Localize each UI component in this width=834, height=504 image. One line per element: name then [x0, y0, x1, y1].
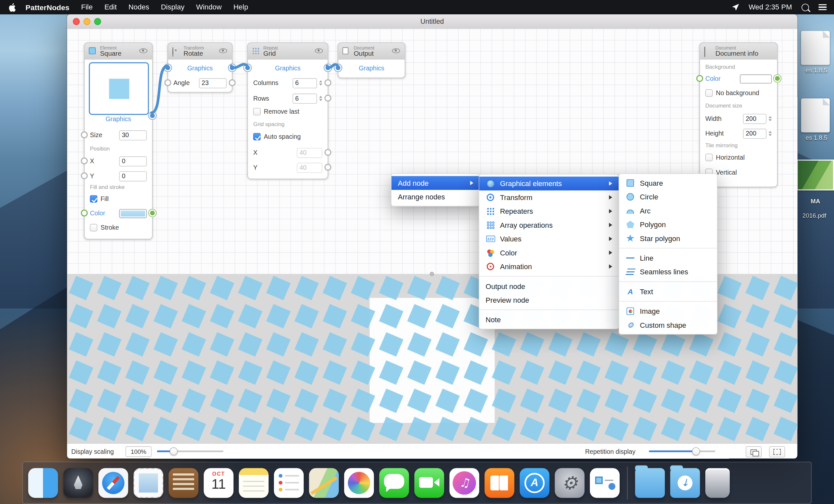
y-port[interactable] — [81, 172, 88, 179]
fill-checkbox[interactable] — [90, 195, 97, 203]
menu-item-repeaters[interactable]: Repeaters — [479, 204, 619, 218]
auto-spacing-checkbox[interactable] — [253, 133, 261, 140]
menu-item-circle[interactable]: Circle — [619, 190, 717, 204]
menu-item-array-operations[interactable]: Array operations — [479, 218, 619, 232]
height-input[interactable] — [743, 128, 767, 138]
spacing-x-port[interactable] — [325, 149, 331, 156]
angle-input[interactable] — [199, 78, 227, 88]
graphics-output-port[interactable] — [229, 65, 236, 71]
graphics-input-port[interactable] — [244, 65, 251, 71]
node-header[interactable]: Document Output — [338, 43, 404, 60]
dock-icon-ibooks[interactable] — [484, 468, 514, 498]
rows-input[interactable] — [292, 93, 317, 104]
dock-icon-itunes[interactable]: ♫ — [449, 468, 479, 498]
dock-icon-safari[interactable] — [98, 468, 128, 498]
slider-knob[interactable] — [170, 447, 178, 455]
no-background-checkbox[interactable] — [705, 89, 713, 97]
menu-item-color[interactable]: Color — [479, 246, 619, 259]
node-header[interactable]: Transform Rotate — [168, 43, 232, 60]
eye-icon[interactable] — [392, 48, 400, 53]
angle-port[interactable] — [164, 79, 171, 86]
dock-icon-notes[interactable] — [239, 468, 268, 498]
close-button[interactable] — [73, 18, 80, 25]
repetition-view-button[interactable] — [746, 446, 762, 457]
dock-icon-launchpad[interactable] — [63, 468, 93, 498]
dock-icon-mail[interactable] — [134, 468, 163, 498]
node-output[interactable]: Document Output Graphics — [338, 43, 405, 78]
menu-nodes[interactable]: Nodes — [128, 3, 149, 11]
spotlight-search-icon[interactable] — [802, 4, 809, 11]
menu-item-preview-node[interactable]: Preview node — [479, 293, 619, 307]
dock-icon-calendar[interactable]: OCT 11 — [204, 468, 233, 498]
status-menu-icon[interactable] — [732, 4, 739, 10]
menu-item-transform[interactable]: Transform — [479, 190, 619, 204]
size-port[interactable] — [81, 131, 88, 138]
size-input[interactable] — [119, 130, 147, 140]
node-header[interactable]: Element Square — [85, 43, 152, 60]
dock-icon-photos[interactable] — [344, 468, 374, 498]
menu-item-polygon[interactable]: Polygon — [619, 218, 717, 231]
menu-display[interactable]: Display — [161, 3, 184, 11]
node-header[interactable]: Repeat Grid — [248, 43, 328, 60]
horizontal-checkbox[interactable] — [705, 154, 713, 161]
menu-edit[interactable]: Edit — [104, 3, 117, 11]
fit-view-button[interactable] — [769, 446, 785, 457]
dock-icon-downloads-folder[interactable]: ↓ — [670, 468, 700, 498]
graphics-output-port[interactable] — [325, 65, 331, 71]
dock-icon-maps[interactable] — [309, 468, 339, 498]
color-input-port[interactable] — [81, 210, 88, 216]
notification-center-icon[interactable] — [819, 4, 827, 10]
menu-item-arc[interactable]: Arc — [619, 204, 717, 217]
dock-icon-trash[interactable] — [705, 468, 730, 498]
menu-bar-clock[interactable]: Wed 2:35 PM — [749, 3, 792, 11]
height-stepper[interactable] — [769, 131, 772, 136]
dock-icon-facetime[interactable] — [414, 468, 444, 498]
rows-stepper[interactable] — [319, 96, 323, 101]
dock-icon-contacts[interactable] — [169, 468, 198, 498]
width-stepper[interactable] — [769, 116, 772, 121]
menu-item-custom-shape[interactable]: ⚙ Custom shape — [619, 318, 717, 332]
zoom-button[interactable] — [94, 18, 101, 25]
dock-icon-messages[interactable] — [379, 468, 409, 498]
grid-y-input[interactable] — [297, 162, 322, 173]
menu-item-animation[interactable]: Animation — [479, 260, 619, 273]
columns-input[interactable] — [292, 78, 317, 88]
menu-window[interactable]: Window — [196, 3, 221, 11]
dock-icon-reminders[interactable] — [274, 468, 304, 498]
menu-item-values[interactable]: 123 Values — [479, 232, 619, 246]
menu-item-output-node[interactable]: Output node — [479, 279, 619, 293]
menu-item-arrange-nodes[interactable]: Arrange nodes — [392, 190, 480, 204]
menu-item-star-polygon[interactable]: Star polygon — [619, 231, 717, 245]
split-drag-handle[interactable] — [430, 272, 434, 276]
apple-menu-icon[interactable] — [8, 3, 16, 12]
menu-item-seamless-lines[interactable]: Seamless lines — [619, 265, 717, 279]
node-grid[interactable]: Repeat Grid Graphics Columns Rows — [247, 43, 328, 179]
app-menu-title[interactable]: PatterNodes — [25, 3, 69, 12]
desktop-file-icon[interactable] — [801, 31, 830, 65]
menu-item-line[interactable]: Line — [619, 251, 717, 265]
node-header[interactable]: Document Document info — [700, 43, 777, 60]
graphics-input-port[interactable] — [334, 65, 342, 71]
columns-stepper[interactable] — [319, 81, 323, 86]
menu-item-image[interactable]: Image — [619, 304, 717, 318]
display-scaling-slider[interactable] — [157, 451, 223, 452]
desktop-file-icon[interactable] — [801, 98, 830, 132]
slider-knob[interactable] — [692, 447, 700, 455]
node-square[interactable]: Element Square Graphics Size Position X — [84, 43, 153, 239]
menu-item-add-node[interactable]: Add node — [392, 176, 480, 190]
menu-item-graphical-elements[interactable]: Graphical elements — [479, 177, 619, 190]
dock-icon-applications-folder[interactable] — [635, 468, 665, 498]
window-title-bar[interactable]: Untitled — [67, 14, 797, 29]
graphics-output-port[interactable] — [149, 112, 156, 119]
doc-color-output-port[interactable] — [774, 75, 781, 82]
x-input[interactable] — [119, 156, 147, 166]
dock-icon-patternodes[interactable] — [590, 468, 620, 498]
remove-last-checkbox[interactable] — [253, 108, 261, 115]
desktop-image-icon[interactable] — [797, 160, 834, 191]
menu-item-square[interactable]: Square — [619, 176, 717, 190]
minimize-button[interactable] — [83, 18, 90, 25]
x-port[interactable] — [81, 157, 88, 164]
background-color-swatch[interactable] — [740, 74, 772, 83]
menu-file[interactable]: File — [81, 3, 93, 11]
repetition-display-slider[interactable] — [649, 451, 716, 452]
